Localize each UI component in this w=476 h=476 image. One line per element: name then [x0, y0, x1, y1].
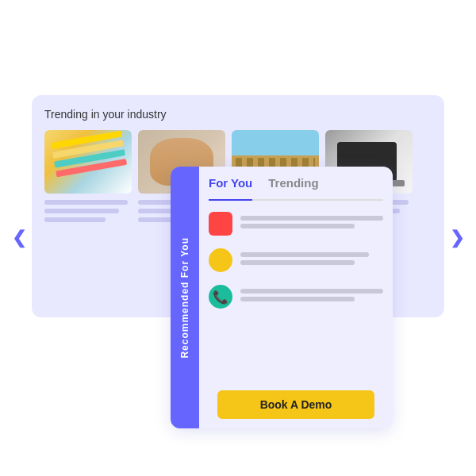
text-line: [240, 297, 355, 301]
book-demo-button[interactable]: Book A Demo: [217, 390, 374, 419]
circle-icon: [209, 248, 232, 272]
tab-for-you[interactable]: For You: [209, 176, 252, 201]
arrow-right[interactable]: ❯: [446, 227, 468, 249]
text-line: [240, 252, 369, 257]
vertical-label-text: Recommended For You: [179, 237, 190, 359]
text-line: [240, 289, 383, 294]
list-item: [209, 212, 383, 236]
item-text-lines: [240, 252, 383, 268]
vertical-label: Recommended For You: [171, 167, 199, 428]
tab-trending[interactable]: Trending: [268, 176, 318, 193]
recommended-panel: Recommended For You For You Trending: [171, 167, 393, 428]
tabs-row: For You Trending: [209, 176, 383, 201]
hex-icon: [209, 212, 232, 236]
pencils-image: [44, 130, 132, 194]
item-text-lines: [240, 289, 383, 305]
thumb-pencils: [44, 130, 132, 226]
text-line: [44, 217, 106, 222]
list-item: [209, 248, 383, 272]
text-line: [240, 216, 383, 221]
list-item: 📞: [209, 285, 383, 309]
text-line: [44, 209, 119, 213]
text-line: [240, 260, 355, 265]
hexagon-shape: [213, 216, 228, 232]
text-line: [240, 224, 355, 228]
text-lines-1: [44, 200, 132, 222]
text-line: [44, 200, 128, 205]
phone-icon: 📞: [213, 290, 228, 305]
main-scene: Trending in your industry: [16, 71, 460, 405]
phone-icon-container: 📞: [209, 285, 232, 309]
item-text-lines: [240, 216, 383, 232]
trending-title: Trending in your industry: [44, 108, 432, 121]
arrow-left[interactable]: ❮: [8, 227, 30, 249]
panel-content: For You Trending: [199, 167, 393, 428]
